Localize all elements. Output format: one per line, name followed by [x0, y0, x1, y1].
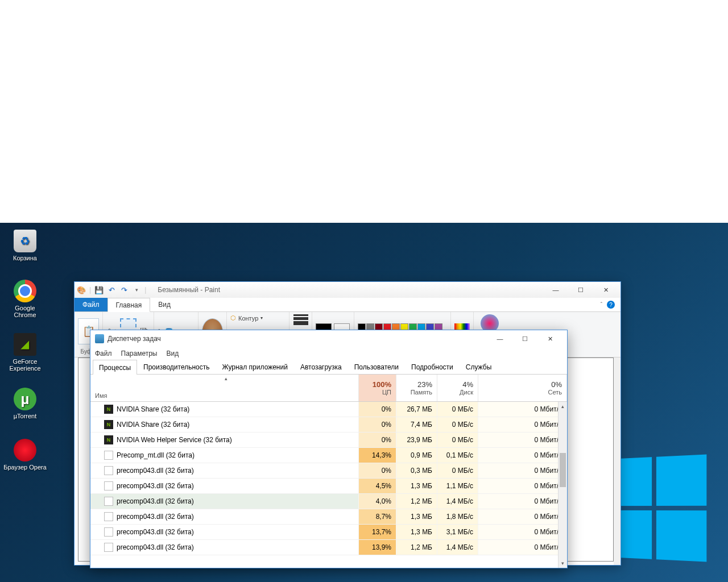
col-network[interactable]: 0% Сеть: [478, 375, 567, 401]
tab-processes[interactable]: Процессы: [93, 360, 137, 375]
menu-view[interactable]: Вид: [166, 350, 179, 357]
menu-options[interactable]: Параметры: [121, 350, 158, 357]
network-value: 0 Мбит/с: [478, 540, 567, 555]
disk-value: 1,4 МБ/с: [437, 494, 478, 509]
tab-services[interactable]: Службы: [460, 360, 498, 374]
shapes-icon[interactable]: ⬡: [230, 314, 236, 322]
task-manager-window: Диспетчер задач — ☐ ✕ Файл Параметры Вид…: [90, 330, 568, 568]
cpu-value: 13,9%: [359, 540, 396, 555]
disk-value: 1,4 МБ/с: [437, 540, 478, 555]
save-icon[interactable]: 💾: [94, 285, 104, 294]
taskmgr-process-list: NNVIDIA Share (32 бита)0%26,7 МБ0 МБ/с0 …: [90, 402, 567, 555]
minimize-button[interactable]: —: [543, 282, 568, 298]
tab-startup[interactable]: Автозагрузка: [294, 360, 348, 374]
col-memory[interactable]: 23% Память: [396, 375, 437, 401]
process-row[interactable]: precomp043.dll (32 бита)0%0,3 МБ0 МБ/с0 …: [90, 463, 567, 479]
paint-title: Безымянный - Paint: [158, 286, 220, 294]
disk-value: 0 МБ/с: [437, 417, 478, 432]
close-button[interactable]: ✕: [537, 330, 562, 347]
close-button[interactable]: ✕: [593, 282, 618, 298]
cpu-value: 13,7%: [359, 525, 396, 539]
process-name: precomp043.dll (32 бита): [117, 528, 194, 536]
tab-file[interactable]: Файл: [75, 298, 107, 311]
maximize-button[interactable]: ☐: [512, 330, 537, 347]
tab-users[interactable]: Пользователи: [348, 360, 405, 374]
process-row[interactable]: NNVIDIA Web Helper Service (32 бита)0%23…: [90, 433, 567, 448]
process-name: Precomp_mt.dll (32 бита): [117, 451, 195, 459]
disk-value: 0 МБ/с: [437, 402, 478, 417]
nvidia-icon: N: [104, 435, 113, 444]
desktop-icon-label: Google Chrome: [3, 305, 47, 318]
file-icon: [104, 451, 113, 460]
file-icon: [104, 466, 113, 475]
memory-value: 1,3 МБ: [396, 479, 437, 493]
cpu-value: 0%: [359, 417, 396, 432]
scroll-up-icon[interactable]: ▴: [559, 402, 567, 411]
taskmgr-titlebar[interactable]: Диспетчер задач — ☐ ✕: [90, 330, 567, 347]
network-value: 0 Мбит/с: [478, 448, 567, 463]
col-disk[interactable]: 4% Диск: [437, 375, 478, 401]
process-name: NVIDIA Web Helper Service (32 бита): [117, 436, 232, 444]
process-row[interactable]: precomp043.dll (32 бита)13,9%1,2 МБ1,4 М…: [90, 540, 567, 555]
desktop-icon-geforce[interactable]: ◢ GeForce Experience: [3, 333, 47, 372]
contour-dropdown[interactable]: Контур: [238, 315, 258, 322]
paint-ribbon-tabs: Файл Главная Вид ˆ ?: [75, 298, 621, 312]
paint-app-icon: 🎨: [77, 285, 86, 294]
tab-app-history[interactable]: Журнал приложений: [216, 360, 294, 374]
desktop-icon-opera[interactable]: Браузер Opera: [3, 439, 47, 471]
undo-icon[interactable]: ↶: [107, 285, 116, 294]
tab-details[interactable]: Подробности: [405, 360, 460, 374]
disk-value: 1,8 МБ/с: [437, 509, 478, 524]
taskmgr-columns: ▴ Имя 100% ЦП 23% Память 4% Диск 0% Сеть: [90, 375, 567, 402]
disk-value: 0 МБ/с: [437, 433, 478, 447]
col-cpu[interactable]: 100% ЦП: [359, 375, 396, 401]
qat-dropdown-icon[interactable]: ▾: [132, 285, 141, 294]
utorrent-icon: µ: [14, 388, 36, 410]
nvidia-icon: N: [104, 420, 113, 429]
scroll-thumb[interactable]: [560, 453, 566, 487]
process-row[interactable]: NNVIDIA Share (32 бита)0%26,7 МБ0 МБ/с0 …: [90, 402, 567, 417]
cpu-value: 8,7%: [359, 509, 396, 524]
desktop-icon-utorrent[interactable]: µ µTorrent: [3, 388, 47, 419]
col-name[interactable]: ▴ Имя: [90, 375, 359, 401]
cpu-value: 4,5%: [359, 479, 396, 493]
tab-performance[interactable]: Производительность: [137, 360, 216, 374]
minimize-button[interactable]: —: [487, 330, 512, 347]
process-name: precomp043.dll (32 бита): [117, 513, 194, 521]
memory-value: 1,3 МБ: [396, 509, 437, 524]
paint-scrollbar[interactable]: [614, 357, 621, 565]
process-row[interactable]: NNVIDIA Share (32 бита)0%7,4 МБ0 МБ/с0 М…: [90, 417, 567, 433]
process-name: precomp043.dll (32 бита): [117, 543, 194, 551]
network-value: 0 Мбит/с: [478, 402, 567, 417]
process-row[interactable]: precomp043.dll (32 бита)4,5%1,3 МБ1,1 МБ…: [90, 479, 567, 494]
network-value: 0 Мбит/с: [478, 509, 567, 524]
process-row[interactable]: Precomp_mt.dll (32 бита)14,3%0,9 МБ0,1 М…: [90, 448, 567, 463]
maximize-button[interactable]: ☐: [568, 282, 593, 298]
process-name: NVIDIA Share (32 бита): [117, 421, 189, 429]
help-icon[interactable]: ?: [607, 301, 615, 309]
process-row[interactable]: precomp043.dll (32 бита)13,7%1,3 МБ3,1 М…: [90, 525, 567, 540]
menu-file[interactable]: Файл: [95, 350, 112, 357]
taskmgr-title: Диспетчер задач: [107, 335, 161, 343]
network-value: 0 Мбит/с: [478, 417, 567, 432]
desktop-icon-recycle-bin[interactable]: Корзина: [3, 230, 47, 261]
file-icon: [104, 543, 113, 552]
taskmgr-scrollbar[interactable]: ▴ ▾: [558, 402, 567, 568]
disk-value: 1,1 МБ/с: [437, 479, 478, 493]
memory-value: 1,3 МБ: [396, 525, 437, 539]
desktop-icon-chrome[interactable]: Google Chrome: [3, 280, 47, 318]
paint-titlebar[interactable]: 🎨 | 💾 ↶ ↷ ▾ | Безымянный - Paint — ☐ ✕: [75, 282, 621, 298]
file-icon: [104, 481, 113, 490]
redo-icon[interactable]: ↷: [119, 285, 129, 294]
scroll-down-icon[interactable]: ▾: [559, 559, 567, 568]
collapse-ribbon-icon[interactable]: ˆ: [601, 302, 602, 308]
process-name: NVIDIA Share (32 бита): [117, 405, 189, 413]
process-row[interactable]: precomp043.dll (32 бита)8,7%1,3 МБ1,8 МБ…: [90, 509, 567, 525]
tab-view[interactable]: Вид: [150, 298, 179, 311]
cpu-value: 0%: [359, 433, 396, 447]
process-row[interactable]: precomp043.dll (32 бита)4,0%1,2 МБ1,4 МБ…: [90, 494, 567, 509]
tab-home[interactable]: Главная: [107, 298, 151, 312]
process-name: precomp043.dll (32 бита): [117, 497, 194, 505]
taskmgr-menu: Файл Параметры Вид: [90, 347, 567, 360]
memory-value: 26,7 МБ: [396, 402, 437, 417]
